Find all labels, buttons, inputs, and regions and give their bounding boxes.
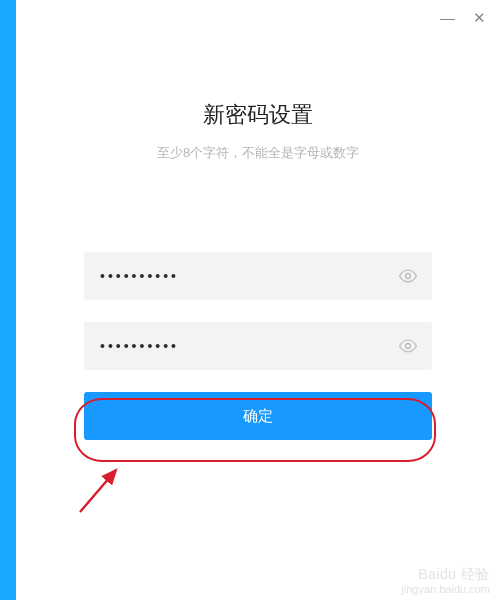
svg-point-0 — [406, 274, 411, 279]
close-button[interactable]: ✕ — [473, 10, 486, 25]
window-controls: — ✕ — [440, 0, 500, 34]
password-form: 新密码设置 至少8个字符，不能全是字母或数字 确定 — [16, 100, 500, 440]
confirm-password-field-wrap — [84, 322, 432, 370]
svg-line-2 — [80, 470, 116, 512]
svg-point-1 — [406, 344, 411, 349]
page-title: 新密码设置 — [84, 100, 432, 130]
annotation-arrow-icon — [72, 460, 132, 520]
minimize-button[interactable]: — — [440, 10, 455, 25]
accent-sidebar — [0, 0, 16, 600]
password-hint: 至少8个字符，不能全是字母或数字 — [84, 144, 432, 162]
new-password-input[interactable] — [84, 252, 432, 300]
confirm-password-input[interactable] — [84, 322, 432, 370]
confirm-button[interactable]: 确定 — [84, 392, 432, 440]
eye-icon[interactable] — [398, 336, 418, 356]
watermark: Baidu 经验 jingyan.baidu.com — [401, 566, 490, 596]
watermark-sub: jingyan.baidu.com — [401, 583, 490, 596]
eye-icon[interactable] — [398, 266, 418, 286]
password-field-wrap — [84, 252, 432, 300]
watermark-brand: Baidu 经验 — [401, 566, 490, 583]
